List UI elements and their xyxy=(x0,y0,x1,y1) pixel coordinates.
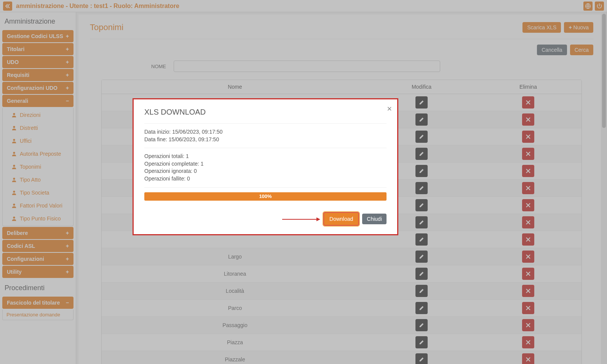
modal-title: XLS DOWNLOAD xyxy=(144,108,387,117)
modal-close-button[interactable]: × xyxy=(387,104,392,114)
modal-data-inizio: Data inizio: 15/06/2023, 09:17:50 xyxy=(144,128,387,136)
modal-op-totali: Operazioni totali: 1 xyxy=(144,153,387,160)
modal-op-fallite: Operazioni fallite: 0 xyxy=(144,175,387,183)
arrow-annotation xyxy=(282,216,320,222)
chiudi-button[interactable]: Chiudi xyxy=(362,214,387,224)
xls-download-modal: × XLS DOWNLOAD Data inizio: 15/06/2023, … xyxy=(133,98,398,235)
download-button[interactable]: Download xyxy=(323,212,359,226)
modal-op-completate: Operazioni completate: 1 xyxy=(144,160,387,168)
modal-op-ignorata: Operazioni ignorata: 0 xyxy=(144,168,387,175)
progress-bar: 100% xyxy=(144,192,387,201)
modal-data-fine: Data fine: 15/06/2023, 09:17:50 xyxy=(144,136,387,144)
